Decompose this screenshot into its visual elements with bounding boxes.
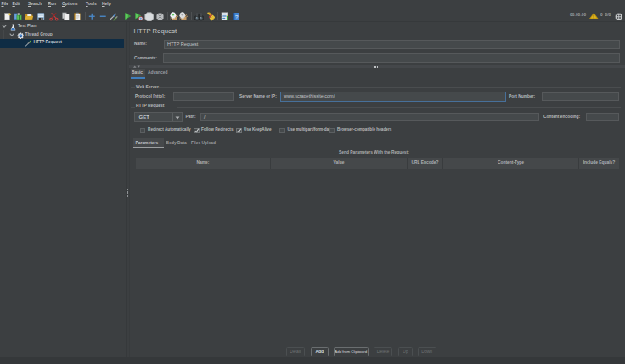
svg-text:?: ?	[234, 14, 238, 20]
